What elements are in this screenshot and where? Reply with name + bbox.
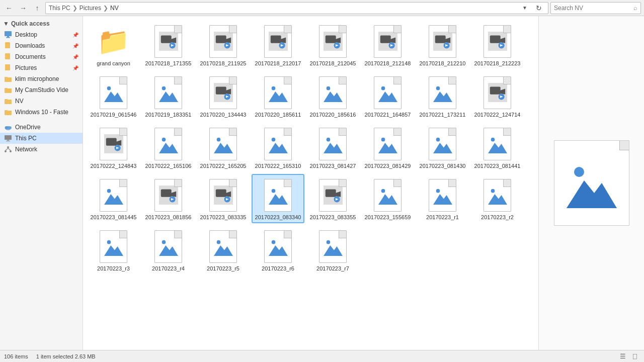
list-item[interactable]: 20170221_173211 [416,71,469,121]
file-label: 20170223_r2 [481,214,514,220]
list-item[interactable]: 20170222_124843 [87,123,140,172]
svg-rect-18 [5,135,12,140]
list-item[interactable]: 20170222_165106 [142,123,195,172]
list-item[interactable]: 20170223_081445 [87,174,140,223]
doc-bg [429,76,456,109]
doc-bg [100,179,127,212]
up-button[interactable]: ↑ [31,2,43,14]
list-item[interactable]: 20170218_211925 [197,20,250,69]
svg-rect-5 [5,53,10,59]
search-bar[interactable]: ⌕ [550,2,641,14]
sidebar-item-nv[interactable]: NV [0,96,83,107]
details-view-button[interactable]: ☰ [618,351,628,361]
sidebar-item-downloads[interactable]: Downloads 📌 [0,40,83,51]
file-grid-container[interactable]: 📁 grand canyon 20170218_171355 20170218_… [83,16,538,350]
svg-rect-6 [5,64,10,70]
doc-bg [209,25,237,58]
selected-info: 1 item selected 2.63 MB [36,353,96,359]
list-item[interactable]: 📁 grand canyon [87,20,140,69]
sidebar-item-pictures[interactable]: Pictures 📌 [0,62,83,73]
breadcrumb-thispc[interactable]: This PC [49,5,70,12]
downloads-icon [4,42,12,50]
view-controls: ☰ ⎕ [618,351,640,361]
nv-folder-icon [4,97,12,105]
svg-point-21 [7,146,9,148]
sidebar-item-documents[interactable]: Documents 📌 [0,51,83,62]
file-label: 20170223_083335 [200,214,247,220]
list-item[interactable]: 20170223_r4 [142,225,195,275]
list-item[interactable]: 20170222_165310 [252,123,304,172]
list-item[interactable]: 20170219_183351 [142,71,195,121]
list-item[interactable]: 20170223_r5 [197,225,250,275]
list-item[interactable]: 20170220_185611 [252,71,304,121]
sidebar-item-windows10[interactable]: Windows 10 - Faste [0,107,83,118]
list-item[interactable]: 20170223_r7 [306,225,359,275]
file-label: 20170223_r7 [316,265,349,272]
breadcrumb-nv[interactable]: NV [110,5,119,12]
list-item[interactable]: 20170223_083355 [306,174,359,223]
svg-rect-9 [5,88,12,93]
breadcrumb-dropdown[interactable]: ▼ [519,2,531,14]
list-item[interactable]: 20170223_081856 [142,174,195,223]
image-file-icon [479,177,516,213]
svg-point-23 [10,150,12,152]
list-item[interactable]: 20170223_081427 [306,123,359,172]
list-item[interactable]: 20170222_165205 [197,123,250,172]
quick-access-label: Quick access [11,20,50,27]
list-item[interactable]: 20170219_061546 [87,71,140,121]
image-file-icon [315,228,351,264]
search-input[interactable] [554,5,631,12]
breadcrumb[interactable]: This PC ❯ Pictures ❯ NV ▼ ↻ [45,2,548,14]
list-item[interactable]: 20170223_155659 [361,174,414,223]
list-item[interactable]: 20170218_171355 [142,20,195,69]
sidebar-item-onedrive[interactable]: OneDrive [0,122,83,133]
list-item[interactable]: 20170220_185616 [306,71,359,121]
list-item[interactable]: 20170223_083335 [197,174,250,223]
list-item[interactable]: 20170218_212148 [361,20,414,69]
image-file-icon [425,74,461,111]
refresh-button[interactable]: ↻ [533,2,545,14]
list-item[interactable]: 20170218_212017 [252,20,304,69]
sidebar-item-network[interactable]: Network [0,144,83,155]
video-file-icon [315,23,351,59]
forward-button[interactable]: → [17,2,29,14]
doc-bg [429,179,456,212]
file-label: 20170218_212148 [365,60,411,66]
list-item[interactable]: 20170223_081429 [361,123,414,172]
list-item[interactable]: 20170218_212223 [471,20,524,69]
list-item[interactable]: 20170220_134443 [197,71,250,121]
list-item[interactable]: 20170223_r1 [416,174,469,223]
list-item[interactable]: 20170218_212045 [306,20,359,69]
sidebar-item-desktop[interactable]: Desktop 📌 [0,29,83,40]
list-item[interactable]: 20170222_124714 [471,71,524,121]
doc-bg [154,230,182,263]
list-item[interactable]: 20170223_r6 [252,225,304,275]
search-icon: ⌕ [633,4,637,12]
image-file-icon [370,177,406,213]
sidebar-label-desktop: Desktop [15,31,37,38]
list-item[interactable]: 20170223_r2 [471,174,524,223]
svg-rect-10 [5,88,8,89]
back-button[interactable]: ← [3,2,15,14]
sidebar-item-microphone[interactable]: klim microphone [0,73,83,84]
image-file-icon [205,126,242,162]
breadcrumb-sep1: ❯ [72,5,77,12]
list-item[interactable]: 20170223_081441 [471,123,524,172]
list-item[interactable]: 20170223_083340 [252,174,304,223]
large-icons-view-button[interactable]: ⎕ [630,351,640,361]
list-item[interactable]: 20170223_r3 [87,225,140,275]
svg-point-153 [216,240,220,244]
file-label: 20170218_211925 [200,60,247,66]
list-item[interactable]: 20170223_081430 [416,123,469,172]
list-item[interactable]: 20170218_212210 [416,20,469,69]
breadcrumb-pictures[interactable]: Pictures [79,5,101,12]
doc-bg [209,76,237,109]
doc-bg [100,230,127,263]
sidebar-item-thispc[interactable]: This PC [0,133,83,144]
pictures-icon [4,64,12,72]
svg-rect-90 [106,138,116,146]
sidebar-item-camstudio[interactable]: My CamStudio Vide [0,84,83,96]
list-item[interactable]: 20170221_164857 [361,71,414,121]
quick-access-chevron[interactable]: ▼ [3,20,9,27]
file-label: 20170223_155659 [365,214,411,220]
